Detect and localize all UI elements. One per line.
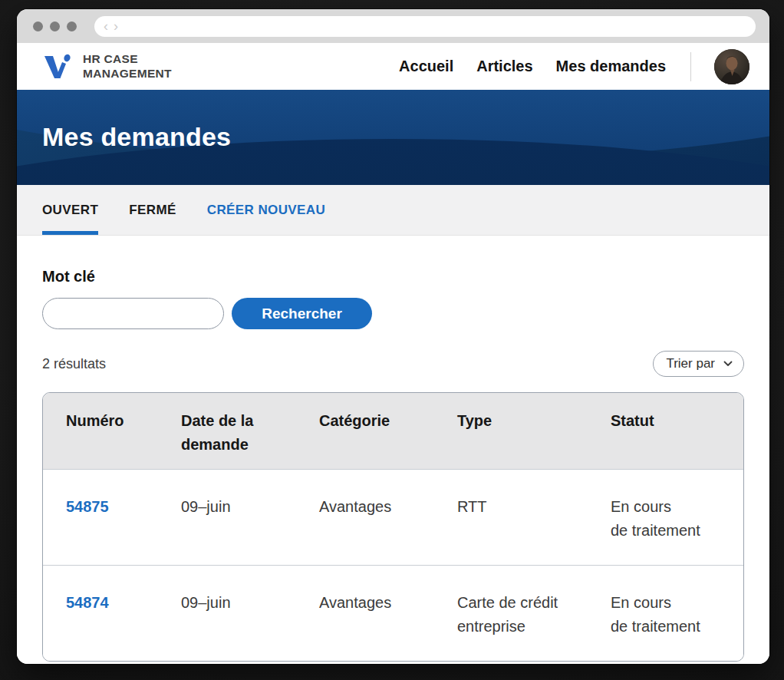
site-header: HR CASE MANAGEMENT Accueil Articles Mes … [17, 43, 769, 90]
url-bar[interactable]: ‹ › [94, 16, 756, 37]
sort-dropdown[interactable]: Trier par [653, 351, 744, 377]
page-title: Mes demandes [17, 90, 769, 152]
tab-creer-nouveau[interactable]: CRÉER NOUVEAU [207, 185, 325, 235]
column-header-statut: Statut [611, 393, 743, 469]
cell-categorie: Avantages [319, 469, 457, 565]
nav-divider [690, 52, 691, 81]
window-minimize-button[interactable] [50, 21, 60, 31]
table-row: 54874 09–juin Avantages Carte de crédit … [43, 565, 743, 661]
nav-item-mes-demandes[interactable]: Mes demandes [556, 58, 666, 75]
logo-line2: MANAGEMENT [83, 67, 172, 81]
case-number-link[interactable]: 54875 [66, 498, 109, 515]
column-header-categorie: Catégorie [319, 393, 457, 469]
cell-statut: En cours de traitement [611, 469, 743, 565]
main-content: Mot clé Rechercher 2 résultats Trier par [17, 236, 769, 664]
nav-item-articles[interactable]: Articles [476, 58, 532, 75]
tab-ferme[interactable]: FERMÉ [129, 185, 176, 235]
cell-date: 09–juin [181, 565, 319, 661]
column-header-type: Type [457, 393, 611, 469]
column-header-numero: Numéro [43, 393, 181, 469]
user-avatar[interactable] [714, 49, 749, 84]
results-row: 2 résultats Trier par [42, 351, 744, 377]
cell-statut: En cours de traitement [611, 565, 743, 661]
cell-date: 09–juin [181, 469, 319, 565]
search-row: Rechercher [42, 298, 744, 329]
cases-table: Numéro Date de la demande Catégorie Type… [42, 392, 744, 662]
browser-window: ‹ › HR CASE MANAGEMENT Accueil Articles … [17, 9, 769, 664]
keyword-label: Mot clé [42, 268, 744, 286]
results-count: 2 résultats [42, 356, 106, 372]
logo-v-icon [42, 51, 73, 82]
main-nav: Accueil Articles Mes demandes [399, 49, 749, 84]
window-close-button[interactable] [33, 21, 43, 31]
table-header-row: Numéro Date de la demande Catégorie Type… [43, 393, 743, 469]
window-controls [33, 21, 77, 31]
column-header-date: Date de la demande [181, 393, 319, 469]
chevron-down-icon [723, 361, 733, 367]
cell-categorie: Avantages [319, 565, 457, 661]
window-zoom-button[interactable] [67, 21, 77, 31]
keyword-input[interactable] [42, 298, 224, 329]
hero-banner: Mes demandes [17, 90, 769, 185]
cell-type: Carte de crédit entreprise [457, 565, 611, 661]
app-logo[interactable]: HR CASE MANAGEMENT [42, 51, 172, 82]
nav-item-accueil[interactable]: Accueil [399, 58, 453, 75]
logo-text: HR CASE MANAGEMENT [83, 52, 172, 81]
back-icon[interactable]: ‹ [104, 19, 108, 33]
tab-ouvert[interactable]: OUVERT [42, 185, 98, 235]
search-button[interactable]: Rechercher [232, 298, 372, 329]
avatar-portrait [714, 49, 749, 84]
table-row: 54875 09–juin Avantages RTT En cours de … [43, 469, 743, 565]
case-number-link[interactable]: 54874 [66, 594, 109, 611]
browser-chrome: ‹ › [17, 9, 769, 43]
tab-bar: OUVERT FERMÉ CRÉER NOUVEAU [17, 185, 769, 236]
logo-line1: HR CASE [83, 52, 172, 67]
cell-type: RTT [457, 469, 611, 565]
sort-label: Trier par [666, 356, 715, 371]
forward-icon[interactable]: › [114, 19, 118, 33]
